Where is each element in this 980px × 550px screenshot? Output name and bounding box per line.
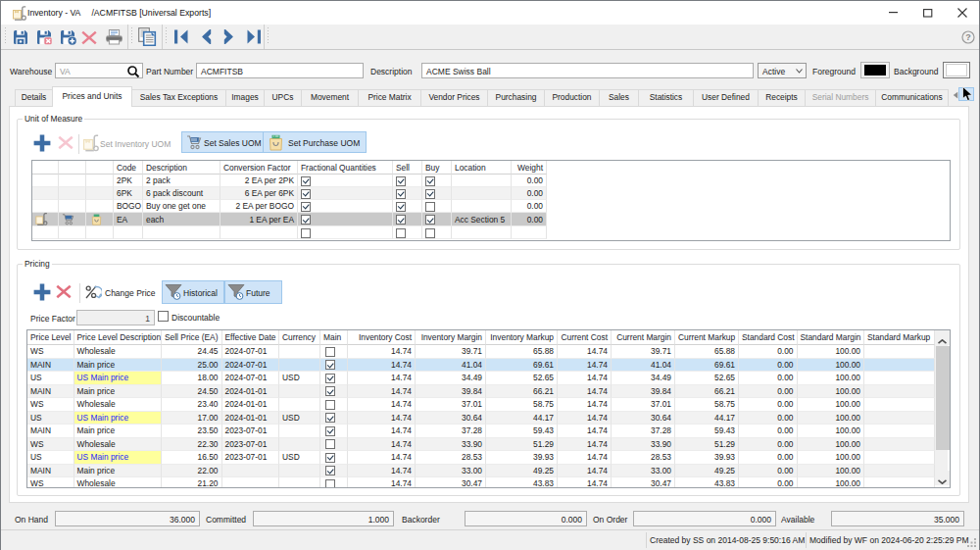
svg-text:?: ? xyxy=(965,32,971,42)
